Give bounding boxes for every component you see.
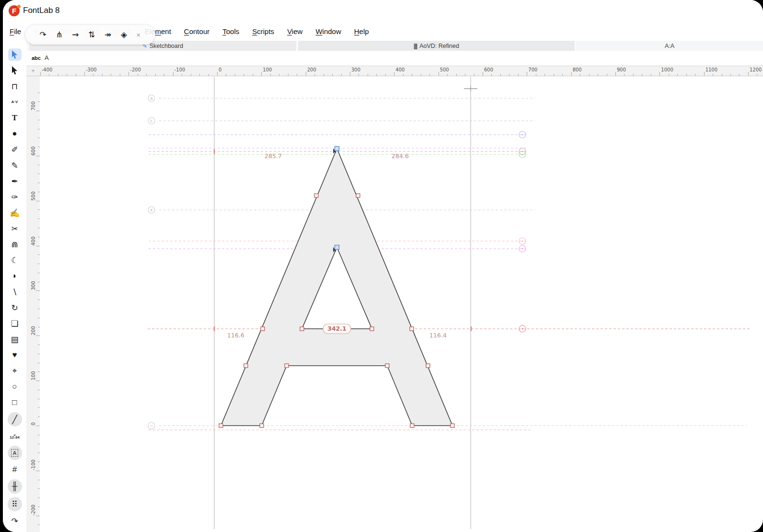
glyph-canvas[interactable]: acx−285.7284.6116.6116.4342.1	[3, 0, 763, 532]
v-ruler-tick	[38, 282, 40, 282]
h-ruler-tick	[164, 74, 164, 76]
v-ruler-tick	[38, 173, 40, 174]
tab-a-a[interactable]: A:A	[576, 41, 763, 51]
metrics-tool[interactable]: ⊓	[8, 80, 22, 93]
h-ruler-tick	[332, 74, 333, 76]
node-link-toggle[interactable]: ╱	[8, 412, 22, 427]
fast-forward-icon[interactable]: ↠	[104, 31, 111, 39]
guides-toggle[interactable]: ╫	[8, 479, 22, 494]
measure-toggle[interactable]: ⌄12-34	[8, 430, 22, 442]
h-ruler-tick	[669, 74, 669, 76]
magnet-tool[interactable]: ⋒	[8, 238, 22, 251]
overlap-shapes-tool[interactable]: ♥	[8, 349, 22, 361]
swap-curve-icon[interactable]: ⇝	[72, 31, 79, 39]
measurement-label: 285.7	[265, 152, 282, 160]
font-bars-icon: |||	[414, 43, 417, 49]
contour-node[interactable]	[244, 364, 248, 368]
h-ruler-label: -300	[86, 67, 97, 72]
v-ruler-tick	[38, 399, 40, 399]
curve-hook-tool[interactable]: ↷	[8, 515, 22, 527]
floating-toolbar-close-icon[interactable]: ×	[137, 31, 141, 39]
scissors-tool[interactable]: ✂	[8, 222, 22, 235]
h-ruler-tick	[695, 74, 695, 76]
contour-node[interactable]	[260, 424, 264, 428]
knife-tool[interactable]: ✍	[8, 207, 22, 219]
ink-tool[interactable]: ●	[8, 127, 22, 140]
ellipse-tool[interactable]: ○	[8, 381, 22, 393]
h-ruler-tick	[704, 72, 705, 76]
tab-label: A:A	[665, 43, 674, 49]
rapid-tool[interactable]: ✑	[8, 191, 22, 203]
tab-aovd-refined[interactable]: |||AoVD: Refined	[298, 41, 575, 51]
h-ruler-tick	[49, 74, 49, 76]
text-tool[interactable]: T	[8, 112, 22, 124]
ruler-corner-button[interactable]: +	[26, 66, 40, 76]
v-ruler-tick	[36, 201, 40, 201]
rotate-tool[interactable]: ↻	[8, 301, 22, 314]
text-tool-icon: T	[12, 113, 17, 123]
h-ruler-tick	[40, 72, 41, 76]
contour-tool[interactable]	[8, 48, 22, 61]
element-tool[interactable]	[8, 64, 22, 77]
contour-node[interactable]	[285, 364, 289, 368]
selected-node[interactable]	[335, 147, 339, 151]
h-ruler-label: 600	[484, 67, 493, 72]
paste-tool[interactable]: ▤	[8, 333, 22, 346]
contour-node[interactable]	[261, 327, 265, 331]
h-ruler-tick	[571, 72, 572, 76]
contour-node[interactable]	[410, 424, 414, 428]
h-ruler-tick	[686, 74, 687, 76]
contour-node[interactable]	[426, 364, 430, 368]
fillet-tool[interactable]: ☾	[8, 254, 22, 266]
horizontal-ruler[interactable]: -400-300-200-100010020030040050060070080…	[40, 66, 763, 76]
v-ruler-label: -100	[31, 459, 36, 470]
glyph-text-bar[interactable]: abc A	[26, 51, 763, 66]
pencil-tool[interactable]: ✎	[8, 159, 22, 172]
pixel-grid-toggle[interactable]: ⠿	[8, 497, 22, 511]
contour-node[interactable]	[385, 364, 389, 368]
brush-tool[interactable]: ✐	[8, 143, 22, 156]
contour-node[interactable]	[451, 424, 454, 428]
v-ruler-tick	[36, 111, 40, 111]
h-ruler-tick	[288, 74, 289, 76]
contour-node[interactable]	[356, 194, 360, 197]
wand-tool[interactable]: ⌖	[8, 365, 22, 377]
h-ruler-tick	[394, 72, 394, 76]
pen-tool[interactable]: ✒	[8, 175, 22, 187]
contour-node[interactable]	[300, 327, 304, 331]
h-ruler-tick	[358, 74, 359, 76]
h-ruler-tick	[270, 74, 271, 76]
contour-node[interactable]	[314, 194, 318, 197]
v-ruler-tick	[38, 183, 40, 183]
grid-toggle[interactable]: #	[8, 463, 22, 476]
glyph-a-outline[interactable]	[221, 149, 452, 426]
scale-tool[interactable]: ❏	[8, 317, 22, 330]
selected-node[interactable]	[335, 245, 339, 250]
h-ruler-label: 0	[219, 67, 221, 72]
v-ruler-tick	[38, 363, 40, 363]
contour-node[interactable]	[219, 424, 223, 428]
node-handles-icon[interactable]: ⋔	[56, 31, 62, 39]
contour-node[interactable]	[370, 327, 374, 331]
rectangle-tool[interactable]: □	[8, 396, 22, 409]
layers-icon[interactable]: ◈	[121, 31, 127, 39]
v-ruler-tick	[38, 264, 40, 264]
curve-arrow-icon[interactable]: ↷	[40, 31, 46, 39]
glyph-text-value[interactable]: A	[45, 54, 49, 61]
h-ruler-tick	[324, 74, 324, 76]
eraser-tool[interactable]: ◗	[8, 270, 22, 282]
glyph-cell-toggle[interactable]: A	[8, 446, 22, 460]
h-ruler-tick	[76, 74, 76, 76]
kerning-tool[interactable]: A·V	[8, 96, 22, 108]
h-ruler-label: 400	[395, 67, 405, 72]
h-ruler-label: 500	[440, 67, 449, 72]
vertical-ruler[interactable]: 7006005004003002001000-100-200	[26, 76, 40, 532]
ruler-tool[interactable]: ∖	[8, 286, 22, 298]
reverse-contour-icon[interactable]: ⇅	[88, 31, 95, 39]
h-ruler-tick	[677, 74, 678, 76]
h-ruler-tick	[226, 74, 226, 76]
v-ruler-tick	[38, 327, 40, 327]
v-ruler-tick	[38, 120, 40, 120]
h-ruler-tick	[607, 74, 607, 76]
contour-node[interactable]	[410, 327, 414, 331]
